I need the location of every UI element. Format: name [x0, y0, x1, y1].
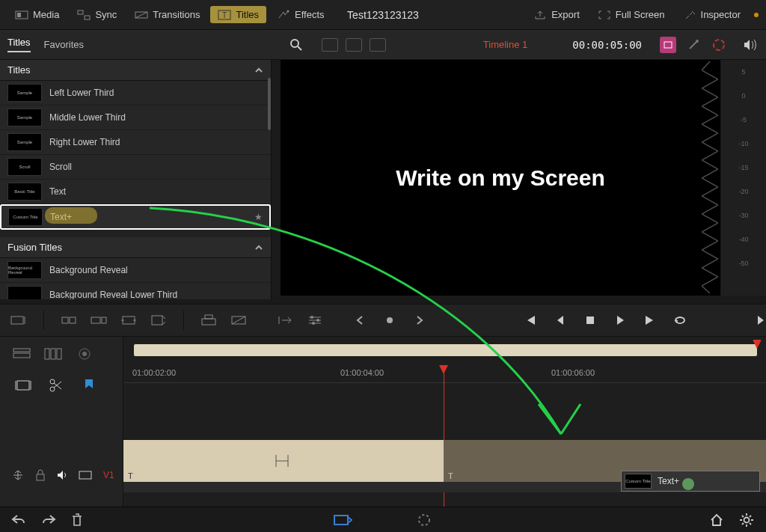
- collapse-track-button[interactable]: [10, 468, 25, 482]
- clip-record-icon[interactable]: [660, 37, 676, 53]
- source-timecode[interactable]: 00:00:05:00: [572, 39, 642, 51]
- subbar: Titles Favorites Timeline 1 00:00:05:00: [0, 30, 766, 60]
- asset-label: Right Lower Third: [49, 137, 120, 147]
- insert-clip-button[interactable]: [9, 312, 28, 328]
- delete-button[interactable]: [70, 513, 87, 528]
- timeline-name[interactable]: Timeline 1: [483, 39, 527, 50]
- asset-middle-lower-third[interactable]: Sample Middle Lower Third: [0, 106, 271, 130]
- asset-right-lower-third[interactable]: Sample Right Lower Third: [0, 130, 271, 155]
- svg-rect-33: [51, 349, 55, 359]
- stop-button[interactable]: [580, 312, 600, 328]
- redo-button[interactable]: [40, 513, 57, 528]
- close-up-button[interactable]: [149, 312, 168, 328]
- undo-button[interactable]: [10, 513, 27, 528]
- category-header-titles[interactable]: Titles: [0, 60, 271, 81]
- library-scrollbar[interactable]: [268, 78, 271, 130]
- drag-ghost-label: Text+: [658, 476, 679, 486]
- color-wheel-icon[interactable]: [711, 37, 727, 53]
- timeline-view-b-button[interactable]: [43, 346, 63, 362]
- play-button[interactable]: [610, 312, 630, 328]
- menu-transitions[interactable]: Transitions: [127, 6, 207, 23]
- svg-rect-40: [37, 474, 44, 480]
- lock-track-button[interactable]: [33, 468, 48, 482]
- menu-fullscreen[interactable]: Full Screen: [590, 6, 672, 23]
- source-mode-1[interactable]: [322, 38, 338, 52]
- next-edit-button[interactable]: [410, 312, 429, 328]
- timeline-view-a-button[interactable]: [12, 346, 31, 362]
- minimap-playhead[interactable]: [753, 340, 762, 349]
- mute-track-button[interactable]: [55, 468, 70, 482]
- smart-insert-button[interactable]: [59, 312, 79, 328]
- asset-label: Left Lower Third: [49, 88, 114, 98]
- asset-left-lower-third[interactable]: Sample Left Lower Third: [0, 81, 271, 106]
- menu-export[interactable]: Export: [526, 6, 587, 23]
- source-overwrite-button[interactable]: [229, 312, 248, 328]
- timeline-minimap[interactable]: [134, 344, 757, 356]
- svg-text:T: T: [222, 11, 227, 19]
- category-header-fusion[interactable]: Fusion Titles: [0, 237, 271, 258]
- tab-titles[interactable]: Titles: [7, 37, 31, 52]
- svg-rect-34: [57, 349, 61, 359]
- asset-scroll[interactable]: Scroll Scroll: [0, 155, 271, 180]
- notification-dot: [754, 13, 759, 17]
- go-to-end-button[interactable]: [640, 312, 660, 328]
- trash-icon: [70, 513, 84, 528]
- menu-media[interactable]: Media: [7, 6, 67, 23]
- current-edit-dot[interactable]: [380, 312, 399, 328]
- loading-spinner-icon: [417, 513, 433, 528]
- track-header-column: V1: [0, 337, 123, 507]
- menu-effects-label: Effects: [295, 9, 325, 20]
- append-button[interactable]: [89, 312, 108, 328]
- home-button[interactable]: [709, 513, 726, 528]
- sliders-button[interactable]: [305, 312, 325, 328]
- category-header-titles-label: Titles: [7, 64, 31, 76]
- menu-inspector[interactable]: Inspector: [675, 6, 748, 23]
- place-on-top-button[interactable]: [199, 312, 218, 328]
- transition-zigzag-decoration: [702, 61, 718, 293]
- media-icon: [15, 10, 28, 20]
- ripple-overwrite-button[interactable]: [119, 312, 138, 328]
- prev-edit-button[interactable]: [350, 312, 370, 328]
- source-mode-2[interactable]: [346, 38, 362, 52]
- inspector-icon: [683, 10, 696, 20]
- viewer-tool-icons: [660, 37, 727, 53]
- favorite-star-icon[interactable]: ★: [254, 212, 263, 222]
- svg-rect-15: [62, 317, 68, 323]
- settings-button[interactable]: [739, 513, 756, 528]
- asset-text[interactable]: Basic Title Text: [0, 180, 271, 204]
- asset-background-reveal-lower-third[interactable]: Background Reveal Lower Third: [0, 283, 271, 299]
- asset-thumb: [7, 286, 42, 299]
- gear-icon: [739, 513, 754, 528]
- bypass-fx-icon[interactable]: [685, 37, 702, 53]
- marker-button[interactable]: [79, 377, 99, 394]
- loop-button[interactable]: [670, 312, 690, 328]
- asset-label: Background Reveal Lower Third: [49, 290, 177, 299]
- menu-sync[interactable]: Sync: [70, 6, 124, 23]
- snapping-button[interactable]: [13, 377, 33, 394]
- home-icon: [709, 513, 724, 528]
- source-mode-3[interactable]: [370, 38, 386, 52]
- asset-thumb: Background Reveal: [7, 261, 42, 279]
- nav-dots: [341, 312, 438, 328]
- menu-effects[interactable]: Effects: [269, 6, 332, 23]
- step-back-button[interactable]: [551, 312, 570, 328]
- preview-viewer[interactable]: Write on my Screen: [281, 60, 720, 296]
- trim-view-button[interactable]: [275, 312, 295, 328]
- speaker-icon: [56, 469, 70, 481]
- go-next-button[interactable]: [751, 312, 766, 328]
- asset-background-reveal[interactable]: Background Reveal Background Reveal: [0, 258, 271, 283]
- search-button[interactable]: [287, 36, 305, 54]
- library-tabs: Titles Favorites: [7, 37, 84, 52]
- clip-a[interactable]: T: [123, 440, 444, 482]
- asset-text-plus[interactable]: Custom Title Text+ ★: [0, 204, 271, 230]
- video-track-toggle[interactable]: [78, 468, 93, 482]
- svg-rect-30: [13, 353, 30, 358]
- timeline-view-c-button[interactable]: [75, 346, 94, 362]
- go-to-start-button[interactable]: [521, 312, 540, 328]
- menu-titles[interactable]: T Titles: [210, 6, 266, 23]
- cut-page-button[interactable]: [333, 513, 349, 528]
- speaker-button[interactable]: [741, 35, 760, 55]
- split-button[interactable]: [46, 377, 66, 394]
- transport-toolbar: 01:00:05:00: [0, 304, 766, 337]
- tab-favorites[interactable]: Favorites: [44, 39, 84, 50]
